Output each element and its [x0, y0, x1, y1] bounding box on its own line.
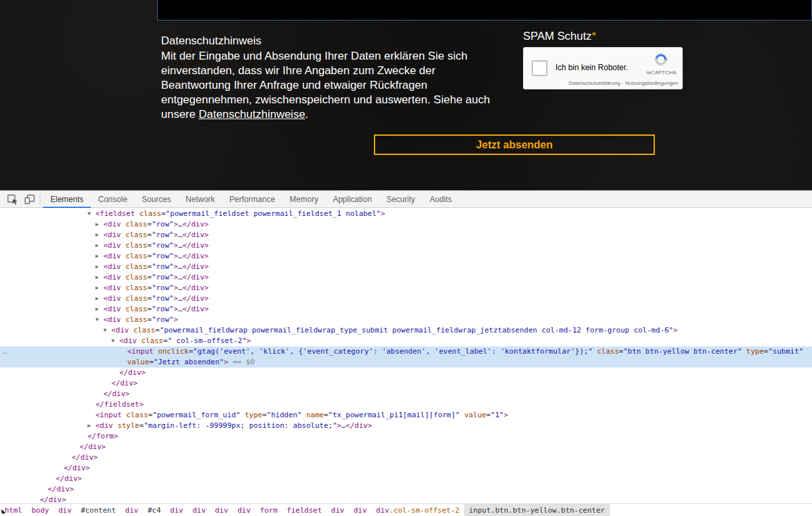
toggle-device-toolbar-icon[interactable]: [21, 191, 38, 207]
tree-line[interactable]: ▶<div class="row">…</div>: [0, 262, 812, 272]
tree-line[interactable]: </div>: [0, 442, 812, 452]
tree-line[interactable]: </div>: [0, 452, 812, 463]
breadcrumb-item[interactable]: div: [166, 504, 188, 516]
tab-audits[interactable]: Audits: [422, 191, 459, 207]
expand-arrow-icon[interactable]: ▶: [95, 219, 99, 230]
breadcrumb-item[interactable]: div: [349, 504, 371, 516]
tab-application[interactable]: Application: [325, 191, 379, 207]
recaptcha-checkbox[interactable]: [532, 60, 548, 76]
breadcrumb-item[interactable]: div.col-sm-offset-2: [371, 504, 464, 516]
expand-arrow-icon[interactable]: ▶: [95, 293, 99, 304]
tab-performance[interactable]: Performance: [222, 191, 282, 207]
expand-arrow-icon[interactable]: ▶: [95, 240, 99, 251]
inspect-element-icon[interactable]: [4, 191, 21, 207]
tree-line[interactable]: ▶<div class="row">…</div>: [0, 293, 812, 304]
tree-line[interactable]: </div>: [0, 389, 812, 399]
elements-tree: ▼<fieldset class="powermail_fieldset pow…: [0, 208, 812, 504]
privacy-link[interactable]: Datenschutzhinweise: [199, 108, 306, 121]
tree-line[interactable]: </div>: [0, 463, 812, 474]
tree-line[interactable]: </div>: [0, 474, 812, 484]
spam-protection-label: SPAM Schutz*: [523, 30, 596, 43]
comment-textarea[interactable]: [157, 0, 812, 21]
tree-line[interactable]: ▼<div class=" col-sm-offset-2">: [0, 336, 812, 346]
tab-network[interactable]: Network: [178, 191, 222, 207]
privacy-body-period: .: [305, 108, 308, 121]
collapse-arrow-icon[interactable]: ▼: [103, 325, 107, 336]
gutter-ellipsis: …: [3, 346, 7, 357]
devtools-panel: ElementsConsoleSourcesNetworkPerformance…: [0, 190, 812, 516]
tree-line-selected[interactable]: value="Jetzt absenden"> == $0: [0, 357, 812, 368]
expand-arrow-icon[interactable]: ▶: [95, 304, 99, 315]
breadcrumb-item[interactable]: div: [210, 504, 233, 516]
collapse-arrow-icon[interactable]: ▼: [111, 336, 115, 346]
breadcrumb-item[interactable]: #content: [76, 504, 121, 516]
recaptcha-widget: Ich bin kein Roboter. reCAPTCHA Datensch…: [523, 47, 683, 89]
tree-line[interactable]: <input class="powermail_form_uid" type="…: [0, 410, 812, 421]
tree-line[interactable]: </form>: [0, 431, 812, 442]
tree-line[interactable]: ▶<div class="row">…</div>: [0, 240, 812, 251]
tree-line[interactable]: ▶<div class="row">…</div>: [0, 304, 812, 315]
collapse-arrow-icon[interactable]: ▼: [95, 315, 99, 325]
tree-line[interactable]: ▼<div class="powermail_fieldwrap powerma…: [0, 325, 812, 336]
expand-arrow-icon[interactable]: ▶: [95, 262, 99, 272]
recaptcha-logo-icon: [654, 58, 668, 69]
tree-line[interactable]: ▶<div class="row">…</div>: [0, 251, 812, 262]
breadcrumb-item[interactable]: #c4: [143, 504, 166, 516]
submit-button[interactable]: Jetzt absenden: [374, 134, 655, 155]
devtools-tabs: ElementsConsoleSourcesNetworkPerformance…: [43, 191, 459, 207]
tree-line[interactable]: </div>: [0, 368, 812, 378]
recaptcha-terms-links[interactable]: Datenschutzerklärung - Nutzungsbedingung…: [569, 80, 678, 86]
breadcrumb-item[interactable]: fieldset: [282, 504, 327, 516]
tree-line[interactable]: ▶<div class="row">…</div>: [0, 230, 812, 240]
collapse-arrow-icon[interactable]: ▼: [87, 209, 91, 219]
required-asterisk: *: [592, 30, 597, 42]
devtools-toolbar: ElementsConsoleSourcesNetworkPerformance…: [0, 191, 812, 208]
tree-line[interactable]: ▶<div class="row">…</div>: [0, 283, 812, 293]
tree-line[interactable]: ▼<fieldset class="powermail_fieldset pow…: [0, 209, 812, 219]
toolbar-separator: [40, 194, 40, 205]
privacy-text: Mit der Eingabe und Absendung Ihrer Date…: [161, 49, 502, 122]
tree-line[interactable]: ▶<div class="row">…</div>: [0, 272, 812, 283]
expand-arrow-icon[interactable]: ▶: [95, 251, 99, 262]
tree-line[interactable]: </div>: [0, 484, 812, 495]
privacy-heading: Datenschutzhinweis: [161, 34, 261, 48]
recaptcha-checkbox-label: Ich bin kein Roboter.: [555, 63, 628, 72]
mouse-cursor: [1, 506, 7, 516]
webpage-background: Datenschutzhinweis Mit der Eingabe und A…: [0, 0, 812, 190]
breadcrumb-item[interactable]: div: [121, 504, 143, 516]
breadcrumb-item[interactable]: div: [233, 504, 255, 516]
breadcrumb-item[interactable]: div: [54, 504, 76, 516]
expand-arrow-icon[interactable]: ▶: [95, 283, 99, 293]
expand-arrow-icon[interactable]: ▶: [95, 272, 99, 283]
tree-line[interactable]: </fieldset>: [0, 399, 812, 410]
breadcrumb: htmlbodydiv#contentdiv#c4divdivdivdivfor…: [0, 503, 812, 516]
breadcrumb-item[interactable]: div: [188, 504, 210, 516]
tree-line[interactable]: ▶<div style="margin-left: -99999px; posi…: [0, 421, 812, 431]
tree-line-selected[interactable]: …<input onclick="gtag('event', 'klick', …: [0, 346, 812, 357]
breadcrumb-item[interactable]: body: [27, 504, 54, 516]
tab-console[interactable]: Console: [91, 191, 135, 207]
tab-memory[interactable]: Memory: [282, 191, 325, 207]
tree-line[interactable]: </div>: [0, 495, 812, 504]
tree-line[interactable]: ▼<div class="row">: [0, 315, 812, 325]
tree-line[interactable]: </div>: [0, 378, 812, 389]
expand-arrow-icon[interactable]: ▶: [87, 421, 91, 431]
spam-label-text: SPAM Schutz: [523, 30, 592, 42]
tree-line[interactable]: ▶<div class="row">…</div>: [0, 219, 812, 230]
breadcrumb-item-selected[interactable]: input.btn.btn-yellow.btn-center: [464, 504, 609, 516]
tab-elements[interactable]: Elements: [43, 191, 91, 207]
tab-sources[interactable]: Sources: [135, 191, 178, 207]
expand-arrow-icon[interactable]: ▶: [95, 230, 99, 240]
breadcrumb-item[interactable]: div: [327, 504, 349, 516]
recaptcha-brand: reCAPTCHA: [646, 70, 675, 76]
tab-security[interactable]: Security: [379, 191, 422, 207]
breadcrumb-item[interactable]: form: [255, 504, 282, 516]
